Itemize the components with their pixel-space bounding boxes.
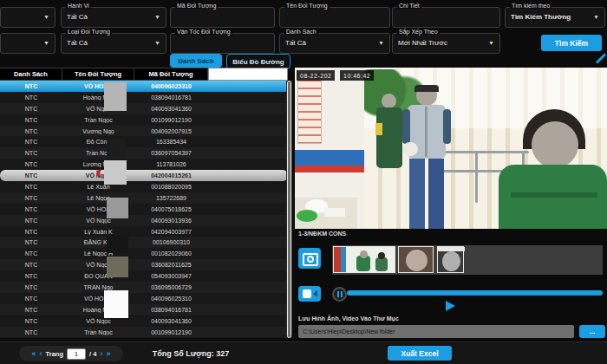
video-feed[interactable]: 08-22-202 10:46:42 [295, 68, 607, 229]
search-button[interactable]: Tìm Kiếm [541, 35, 602, 51]
table-row[interactable]: NTCĐẶNG KIẾ00106900310 [0, 237, 288, 248]
record-video-button[interactable] [298, 286, 321, 302]
cell-code: 036095006729 [134, 284, 208, 290]
redaction-box [104, 82, 127, 111]
save-path-label: Lưu Hình Ảnh, Video Vào Thư Mục [298, 315, 399, 322]
tab-danh-sach[interactable]: Danh Sách [170, 54, 222, 68]
field-value: Tìm Kiếm Thường [511, 8, 571, 27]
table-row[interactable]: NTCVÕ Ngọc042004015261 [0, 170, 288, 181]
table-row[interactable]: NTCVÕ Ngọc040093041360 [0, 103, 288, 114]
footer-bar: « ‹ Trang 1 / 4 › » Tổng Số Lượng: 327 X… [0, 341, 607, 364]
cell-list: NTC [0, 161, 62, 167]
seek-track[interactable] [347, 290, 603, 296]
filter-chi-tiet-input[interactable]: Chi Tiết [392, 7, 500, 28]
table-row[interactable]: NTCĐỗ Công163385434 [0, 136, 288, 147]
browse-button[interactable]: ... [579, 325, 605, 338]
last-page-button[interactable]: » [106, 350, 110, 358]
scrollbar-thumb[interactable] [287, 81, 291, 338]
field-label: Vận Tốc Đối Tượng [175, 29, 232, 35]
filter-sap-xep-theo-select[interactable]: Sắp Xếp Theo Mới Nhất Trước ▼ [392, 33, 500, 54]
cell-name: Lê Xuân [62, 184, 134, 190]
cell-name: Lý Xuân K [62, 229, 134, 235]
cell-list: NTC [0, 250, 62, 257]
edit-icon[interactable] [596, 53, 606, 63]
table-row[interactable]: NTCTrần Ngọc001099012190 [0, 114, 288, 126]
export-excel-button[interactable]: Xuất Excel [388, 346, 452, 361]
thumbnail-face-2[interactable] [437, 246, 464, 273]
thumbnail-scene[interactable] [333, 246, 395, 273]
table-row[interactable]: NTCVương Ngọ004092007915 [0, 126, 288, 137]
prev-page-button[interactable]: ‹ [40, 350, 42, 358]
seek-handle[interactable] [332, 287, 347, 302]
filter-select-unlabeled-2[interactable]: ▼ [0, 33, 55, 54]
table-row[interactable]: NTCLê Ngọc H001082029060 [0, 248, 288, 259]
cell-code: 040075018625 [134, 206, 208, 212]
table-row[interactable]: NTCTRẦN Ngọ036095006729 [0, 282, 288, 293]
table-row[interactable]: NTCLê Xuân001088020095 [0, 181, 288, 192]
table-row[interactable]: NTCTrần Ngọ036097054397 [0, 147, 288, 159]
column-header-ma-doi-tuong[interactable]: Mã Đối Tượng [134, 68, 208, 81]
cell-code: 113781026 [134, 161, 208, 167]
next-page-button[interactable]: › [100, 350, 102, 358]
column-header-ten-doi-tuong[interactable]: Tên Đối Tượng [62, 68, 134, 81]
table-row[interactable]: NTCLý Xuân K042094003977 [0, 226, 288, 237]
table-scrollbar[interactable] [286, 81, 292, 338]
cell-code: 163385434 [134, 139, 208, 145]
filter-select-unlabeled-1[interactable]: ▼ [0, 7, 55, 28]
cell-list: NTC [0, 117, 62, 123]
column-header-danh-sach[interactable]: Danh Sách [0, 68, 62, 81]
cell-list: NTC [0, 307, 62, 313]
filter-loai-doi-tuong-select[interactable]: Loại Đối Tượng Tất Cả ▼ [61, 33, 166, 54]
cell-list: NTC [0, 139, 62, 145]
play-button[interactable] [446, 301, 455, 311]
filter-ten-doi-tuong-input[interactable]: Tên Đối Tượng [279, 7, 390, 28]
first-page-button[interactable]: « [32, 350, 36, 358]
cell-code: 040093041360 [134, 318, 208, 324]
pagination: « ‹ Trang 1 / 4 › » [19, 346, 123, 361]
cell-list: NTC [0, 273, 62, 279]
table-row[interactable]: NTCTrần Ngọc001099012190 [0, 327, 288, 338]
chevron-down-icon: ▼ [154, 34, 160, 53]
filter-hanh-vi-select[interactable]: Hành Vi Tất Cả ▼ [61, 7, 166, 28]
filter-van-toc-input[interactable]: Vận Tốc Đối Tượng [170, 33, 275, 54]
table-row[interactable]: NTCVÕ HỒN040075018625 [0, 204, 288, 215]
filter-tim-kiem-theo-select[interactable]: Tìm kiếm theo Tìm Kiếm Thường ▼ [505, 7, 605, 28]
snapshot-button[interactable] [298, 248, 321, 269]
railing-post [475, 151, 478, 203]
table-row[interactable]: NTCVÔ HỒNG040096025310 [0, 293, 288, 304]
redaction-box [104, 160, 127, 185]
cell-code: 036082011625 [134, 262, 208, 268]
table-row[interactable]: NTCHoàng Ngọ038094016781 [0, 92, 288, 103]
table-row[interactable]: NTCVÔ HỒNG040096025310 [0, 81, 288, 92]
table-row[interactable]: NTCVÕ Ngọc036082011625 [0, 259, 288, 270]
cell-code: 042004015261 [134, 172, 208, 179]
redaction-box [104, 290, 128, 318]
save-path-input[interactable]: C:\Users\Hiep\Desktop\New folder [298, 325, 574, 338]
cell-code: 038094016781 [134, 94, 208, 101]
filter-ma-doi-tuong-input[interactable]: Mã Đối Tượng [170, 7, 275, 28]
table-body: NTCVÔ HỒNG040096025310NTCHoàng Ngọ038094… [0, 81, 288, 337]
table-row[interactable]: NTCĐỖ QUAN054093003947 [0, 270, 288, 282]
table-row[interactable]: NTCVÕ Ngọc040093041360 [0, 315, 288, 327]
table-filter-input[interactable] [208, 68, 288, 81]
chevron-down-icon: ▼ [154, 8, 160, 27]
cell-list: NTC [0, 94, 62, 101]
cell-list: NTC [0, 184, 62, 190]
red-stripe [295, 166, 364, 172]
table-row[interactable]: NTCLê Ngọc135722689 [0, 192, 288, 204]
checkpoint-table [295, 198, 357, 229]
page-number-input[interactable]: 1 [67, 348, 86, 360]
detection-counter: 1-3/NĐKM CONS [298, 231, 346, 237]
filter-danh-sach-select[interactable]: Danh Sách Tất Cả ▼ [279, 33, 390, 54]
cell-list: NTC [0, 318, 62, 324]
chevron-down-icon: ▼ [378, 34, 384, 53]
table-row[interactable]: NTCVÕ Ngọc040093013936 [0, 215, 288, 226]
chevron-down-icon: ▼ [43, 34, 49, 53]
table-row[interactable]: NTCLương Ngọ113781026 [0, 159, 288, 170]
chevron-down-icon: ▼ [43, 8, 49, 27]
thumbnail-face-1[interactable] [398, 246, 434, 273]
table-header: Danh Sách Tên Đối Tượng Mã Đối Tượng [0, 68, 288, 81]
cell-list: NTC [0, 229, 62, 235]
cell-name: VÕ Ngọc [62, 318, 134, 324]
table-row[interactable]: NTCHoàng Ngọ038094016781 [0, 304, 288, 315]
